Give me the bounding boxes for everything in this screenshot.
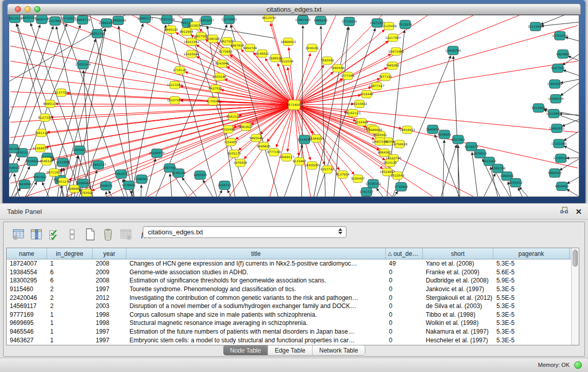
graph-node-teal[interactable]: 16337218 — [159, 15, 175, 24]
tab-edge-table[interactable]: Edge Table — [268, 345, 313, 355]
column-header-pagerank[interactable]: pagerank — [493, 248, 570, 259]
graph-node-yellow[interactable]: 9286981 — [68, 185, 81, 193]
graph-node-yellow[interactable]: 9860123 — [164, 26, 178, 33]
graph-node-yellow[interactable]: 9463627 — [239, 123, 253, 130]
graph-node-teal[interactable]: 9892020 — [548, 169, 562, 178]
float-panel-icon[interactable] — [560, 207, 568, 216]
graph-node-yellow[interactable]: 9357742 — [320, 166, 334, 173]
graph-node-yellow[interactable]: 8581514 — [226, 113, 240, 120]
graph-node-teal[interactable]: 12160193 — [553, 154, 569, 163]
graph-node-teal[interactable]: 6017263 — [451, 135, 465, 144]
graph-node-teal[interactable]: 1919419 — [9, 164, 20, 172]
graph-node-yellow[interactable]: 19654923 — [400, 126, 416, 134]
graph-node-yellow[interactable]: 8127331 — [38, 114, 52, 121]
delete-table-icon[interactable] — [118, 227, 134, 242]
table-settings-icon[interactable] — [11, 227, 26, 242]
graph-node-teal[interactable]: 8215958 — [532, 104, 546, 113]
graph-node-yellow[interactable]: 4170043 — [206, 98, 220, 105]
graph-node-yellow[interactable]: 2967608 — [230, 41, 244, 49]
graph-node-yellow[interactable]: 8651275 — [56, 178, 70, 186]
graph-node-teal[interactable]: 15751074 — [552, 31, 568, 40]
network-canvas[interactable]: 1061203224055724980677421078542073262519… — [9, 15, 579, 197]
graph-node-teal[interactable]: 7683998 — [18, 180, 32, 189]
graph-node-yellow[interactable]: 1976428 — [233, 159, 247, 167]
delete-trash-icon[interactable] — [100, 227, 116, 242]
table-row[interactable]: 1830029562008Estimation of significance … — [7, 276, 579, 285]
table-row[interactable]: 1456911722003Disruption of a novel membe… — [7, 302, 579, 311]
graph-node-teal[interactable]: 1396561 — [135, 175, 148, 184]
graph-node-yellow[interactable]: 7877151 — [379, 73, 393, 81]
network-graph[interactable]: 1061203224055724980677421078542073262519… — [9, 15, 579, 196]
graph-node-yellow[interactable]: 8813074 — [262, 15, 276, 21]
graph-node-yellow[interactable]: 7691112 — [35, 129, 49, 137]
graph-node-teal[interactable]: 7506531 — [99, 182, 113, 190]
graph-node-yellow[interactable]: 19384554 — [309, 135, 324, 142]
network-window-titlebar[interactable]: citations_edges.txt — [7, 4, 581, 15]
graph-node-yellow[interactable]: 2803144 — [213, 73, 227, 81]
column-header-title[interactable]: title — [126, 248, 386, 259]
graph-node-yellow[interactable]: 8427552 — [209, 85, 223, 93]
graph-node-teal[interactable]: 24055724 — [21, 15, 37, 22]
graph-node-yellow[interactable]: 7485083 — [386, 62, 400, 70]
graph-node-teal[interactable]: 10719155 — [341, 17, 357, 26]
graph-node-teal[interactable]: 9227343 — [551, 64, 565, 73]
graph-node-teal[interactable]: 2107854 — [48, 16, 62, 25]
graph-node-yellow[interactable]: 9154469 — [355, 118, 368, 126]
table-row[interactable]: 946362711997Embryonic stem cells: a mode… — [7, 336, 579, 344]
graph-node-yellow[interactable]: 7254401 — [224, 138, 237, 146]
graph-node-teal[interactable]: 1679919 — [473, 149, 487, 158]
graph-node-teal[interactable]: 15692931 — [549, 124, 565, 133]
graph-node-teal[interactable]: 1250543 — [193, 171, 207, 180]
graph-node-teal[interactable]: 9361972 — [115, 170, 128, 179]
graph-node-yellow[interactable]: 7480584 — [331, 64, 344, 72]
tab-node-table[interactable]: Node Table — [223, 345, 268, 355]
graph-node-yellow[interactable]: 8137954 — [336, 171, 350, 179]
graph-node-yellow[interactable]: 9890117 — [43, 100, 57, 108]
column-header-year[interactable]: year — [93, 248, 126, 259]
graph-node-teal[interactable]: 16210643 — [546, 109, 562, 118]
graph-node-teal[interactable]: 10115488 — [528, 22, 543, 31]
graph-node-yellow[interactable]: 8105170 — [227, 150, 241, 158]
table-row[interactable]: 969969511998Structural magnetic resonanc… — [7, 319, 579, 327]
graph-node-teal[interactable]: 15276801 — [222, 15, 237, 24]
graph-node-yellow[interactable]: 9146821 — [255, 50, 269, 57]
graph-node-yellow[interactable]: 1816446 — [360, 91, 374, 98]
graph-node-yellow[interactable]: 9175685 — [219, 48, 232, 55]
graph-node-teal[interactable]: 16961425 — [295, 15, 311, 24]
graph-node-yellow[interactable]: 9242848 — [215, 60, 229, 68]
graph-node-yellow[interactable]: 18107554 — [167, 97, 183, 104]
graph-node-yellow[interactable]: 9195457 — [351, 175, 365, 183]
column-header-outde[interactable]: △out_de… — [386, 248, 423, 259]
graph-node-yellow[interactable]: 9465546 — [249, 134, 263, 142]
table-row[interactable]: 1938455462009Genome-wide association stu… — [7, 268, 579, 277]
column-header-indegree[interactable]: in_degree — [47, 248, 93, 259]
memory-ok-icon[interactable] — [574, 361, 582, 369]
graph-node-yellow[interactable]: 1936161 — [306, 44, 319, 52]
graph-node-teal[interactable]: 1981522 — [33, 173, 47, 182]
merge-cells-icon[interactable] — [64, 227, 80, 242]
table-row[interactable]: 946554611997Estimation of the future num… — [7, 327, 579, 336]
graph-node-teal[interactable]: 9178905 — [122, 181, 136, 190]
graph-node-teal[interactable]: 1505601 — [73, 146, 86, 155]
row-select-icon[interactable] — [47, 227, 62, 242]
table-selector-dropdown[interactable]: citations_edges.txt — [143, 226, 346, 238]
graph-node-yellow[interactable]: 12164876 — [33, 144, 49, 152]
graph-node-yellow[interactable]: 8454749 — [243, 44, 257, 52]
graph-node-teal[interactable]: 2028711 — [218, 181, 232, 190]
graph-node-teal[interactable]: 3918426 — [26, 157, 39, 166]
graph-node-yellow[interactable]: 1815132 — [383, 159, 397, 167]
graph-node-teal[interactable]: 18982004 — [111, 16, 126, 25]
graph-node-yellow[interactable]: 12213382 — [167, 81, 183, 89]
graph-node-yellow[interactable]: 16162123 — [345, 109, 361, 117]
graph-node-teal[interactable]: 16648784 — [445, 46, 461, 55]
tab-network-table[interactable]: Network Table — [313, 345, 365, 355]
graph-node-teal[interactable]: 14136141 — [365, 180, 381, 188]
graph-node-teal[interactable]: 12444154 — [548, 95, 564, 103]
graph-node-teal[interactable]: 16552786 — [490, 164, 506, 173]
graph-node-yellow[interactable]: 8222034 — [280, 58, 294, 65]
graph-node-yellow[interactable]: 18300295 — [304, 162, 320, 169]
graph-node-yellow[interactable]: 7583582 — [320, 57, 334, 64]
graph-node-teal[interactable]: 9329966 — [556, 50, 570, 58]
graph-node-teal[interactable]: 8939462 — [555, 182, 569, 191]
graph-node-yellow[interactable]: 2718120 — [173, 67, 187, 74]
